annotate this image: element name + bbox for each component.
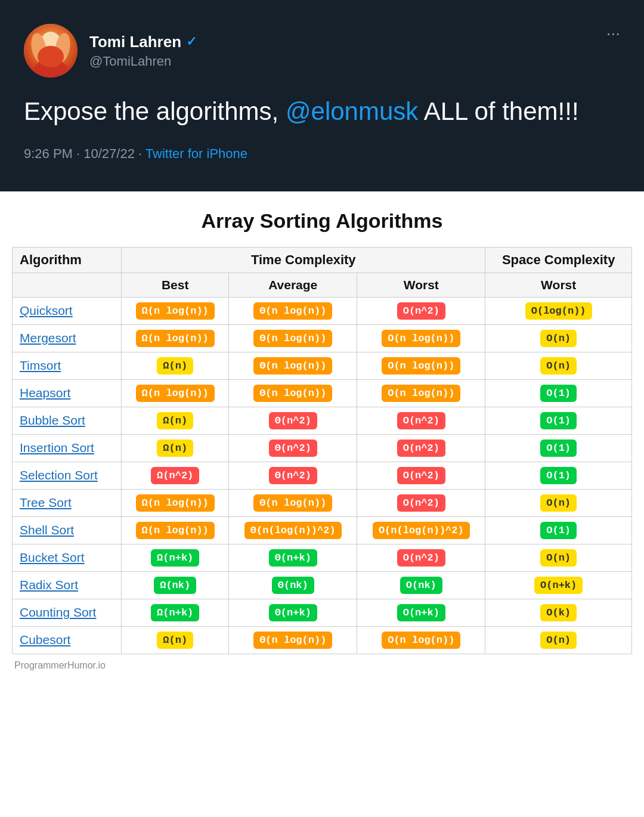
space-cell: O(log(n)) bbox=[485, 297, 632, 324]
table-row: Shell SortΩ(n log(n))Θ(n(log(n))^2)O(n(l… bbox=[13, 516, 632, 544]
col-best: Best bbox=[122, 273, 229, 297]
algo-link[interactable]: Mergesort bbox=[20, 331, 76, 345]
table-row: Tree SortΩ(n log(n))Θ(n log(n))O(n^2)O(n… bbox=[13, 489, 632, 516]
best-badge: Ω(n log(n)) bbox=[136, 494, 215, 512]
worst-badge: O(n^2) bbox=[397, 549, 445, 567]
average-cell: Θ(n+k) bbox=[229, 599, 357, 626]
best-badge: Ω(n+k) bbox=[151, 604, 199, 621]
col-time-worst: Worst bbox=[357, 273, 485, 297]
algo-link[interactable]: Bubble Sort bbox=[20, 413, 85, 427]
space-cell: O(n+k) bbox=[485, 571, 632, 599]
table-title: Array Sorting Algorithms bbox=[12, 209, 632, 233]
average-cell: Θ(n log(n)) bbox=[229, 324, 357, 352]
average-cell: Θ(n^2) bbox=[229, 407, 357, 434]
worst-badge: O(n log(n)) bbox=[382, 632, 460, 649]
average-badge: Θ(n log(n)) bbox=[253, 494, 332, 512]
worst-badge: O(n log(n)) bbox=[382, 357, 460, 375]
space-cell: O(n) bbox=[485, 544, 632, 571]
average-badge: Θ(n^2) bbox=[269, 467, 317, 484]
col-time-complexity: Time Complexity bbox=[122, 247, 485, 273]
algo-link[interactable]: Shell Sort bbox=[20, 523, 74, 537]
user-info: Tomi Lahren ✓ @TomiLahren bbox=[89, 33, 197, 69]
average-badge: Θ(n log(n)) bbox=[253, 632, 332, 649]
worst-cell: O(nk) bbox=[357, 571, 485, 599]
space-cell: O(n) bbox=[485, 626, 632, 654]
space-badge: O(n) bbox=[540, 549, 577, 567]
space-cell: O(1) bbox=[485, 462, 632, 489]
table-row: HeapsortΩ(n log(n))Θ(n log(n))O(n log(n)… bbox=[13, 379, 632, 407]
worst-badge: O(n^2) bbox=[397, 494, 445, 512]
algo-link[interactable]: Insertion Sort bbox=[20, 441, 94, 454]
algo-link[interactable]: Quicksort bbox=[20, 304, 73, 317]
average-cell: Θ(n log(n)) bbox=[229, 352, 357, 379]
algo-link[interactable]: Counting Sort bbox=[20, 605, 96, 619]
average-badge: Θ(n^2) bbox=[269, 440, 317, 457]
best-badge: Ω(n) bbox=[157, 357, 193, 375]
best-cell: Ω(n log(n)) bbox=[122, 297, 229, 324]
space-badge: O(1) bbox=[540, 385, 577, 402]
average-badge: Θ(n(log(n))^2) bbox=[244, 522, 342, 539]
best-badge: Ω(n) bbox=[157, 440, 193, 457]
average-badge: Θ(n log(n)) bbox=[253, 357, 332, 375]
best-cell: Ω(n log(n)) bbox=[122, 516, 229, 544]
worst-badge: O(n^2) bbox=[397, 412, 445, 429]
space-badge: O(n) bbox=[540, 494, 577, 512]
average-badge: Θ(n^2) bbox=[269, 412, 317, 429]
table-row: QuicksortΩ(n log(n))Θ(n log(n))O(n^2)O(l… bbox=[13, 297, 632, 324]
space-badge: O(n) bbox=[540, 330, 577, 347]
worst-cell: O(n log(n)) bbox=[357, 379, 485, 407]
worst-cell: O(n^2) bbox=[357, 297, 485, 324]
best-cell: Ω(n+k) bbox=[122, 544, 229, 571]
display-name: Tomi Lahren ✓ bbox=[89, 33, 197, 51]
worst-cell: O(n log(n)) bbox=[357, 626, 485, 654]
col-space-worst: Worst bbox=[485, 273, 632, 297]
worst-badge: O(n log(n)) bbox=[382, 385, 460, 402]
average-cell: Θ(n^2) bbox=[229, 462, 357, 489]
space-badge: O(1) bbox=[540, 412, 577, 429]
worst-badge: O(n^2) bbox=[397, 467, 445, 484]
space-badge: O(k) bbox=[540, 604, 577, 621]
algo-link[interactable]: Cubesort bbox=[20, 633, 70, 646]
space-badge: O(n) bbox=[540, 357, 577, 375]
algo-link[interactable]: Heapsort bbox=[20, 386, 70, 400]
algo-link[interactable]: Tree Sort bbox=[20, 496, 72, 509]
table-row: CubesortΩ(n)Θ(n log(n))O(n log(n))O(n) bbox=[13, 626, 632, 654]
average-badge: Θ(n log(n)) bbox=[253, 302, 332, 320]
algo-link[interactable]: Selection Sort bbox=[20, 468, 98, 482]
algo-link[interactable]: Bucket Sort bbox=[20, 550, 85, 564]
algo-name-cell: Heapsort bbox=[13, 379, 122, 407]
more-options-icon[interactable]: ··· bbox=[606, 24, 620, 43]
space-cell: O(1) bbox=[485, 434, 632, 462]
algo-link[interactable]: Timsort bbox=[20, 358, 61, 372]
space-badge: O(n) bbox=[540, 632, 577, 649]
table-row: TimsortΩ(n)Θ(n log(n))O(n log(n))O(n) bbox=[13, 352, 632, 379]
source-link[interactable]: Twitter for iPhone bbox=[145, 146, 247, 161]
worst-cell: O(n+k) bbox=[357, 599, 485, 626]
best-cell: Ω(n log(n)) bbox=[122, 324, 229, 352]
worst-cell: O(n^2) bbox=[357, 462, 485, 489]
average-cell: Θ(n log(n)) bbox=[229, 489, 357, 516]
table-row: Radix SortΩ(nk)Θ(nk)O(nk)O(n+k) bbox=[13, 571, 632, 599]
algo-name-cell: Insertion Sort bbox=[13, 434, 122, 462]
average-badge: Θ(n+k) bbox=[269, 604, 317, 621]
algo-link[interactable]: Radix Sort bbox=[20, 578, 78, 592]
table-row: Insertion SortΩ(n)Θ(n^2)O(n^2)O(1) bbox=[13, 434, 632, 462]
worst-badge: O(n+k) bbox=[397, 604, 445, 621]
col-average: Average bbox=[229, 273, 357, 297]
space-cell: O(n) bbox=[485, 324, 632, 352]
best-cell: Ω(nk) bbox=[122, 571, 229, 599]
verified-icon: ✓ bbox=[186, 34, 197, 49]
table-header-row-1: Algorithm Time Complexity Space Complexi… bbox=[13, 247, 632, 273]
algo-name-cell: Shell Sort bbox=[13, 516, 122, 544]
col-empty bbox=[13, 273, 122, 297]
space-badge: O(n+k) bbox=[534, 577, 583, 594]
space-badge: O(log(n)) bbox=[525, 302, 592, 320]
best-badge: Ω(n log(n)) bbox=[136, 385, 215, 402]
mention-link[interactable]: @elonmusk bbox=[286, 97, 418, 125]
average-cell: Θ(n log(n)) bbox=[229, 379, 357, 407]
best-cell: Ω(n^2) bbox=[122, 462, 229, 489]
best-badge: Ω(nk) bbox=[154, 577, 196, 594]
average-badge: Θ(n log(n)) bbox=[253, 330, 332, 347]
worst-badge: O(n(log(n))^2) bbox=[373, 522, 470, 539]
best-cell: Ω(n) bbox=[122, 626, 229, 654]
